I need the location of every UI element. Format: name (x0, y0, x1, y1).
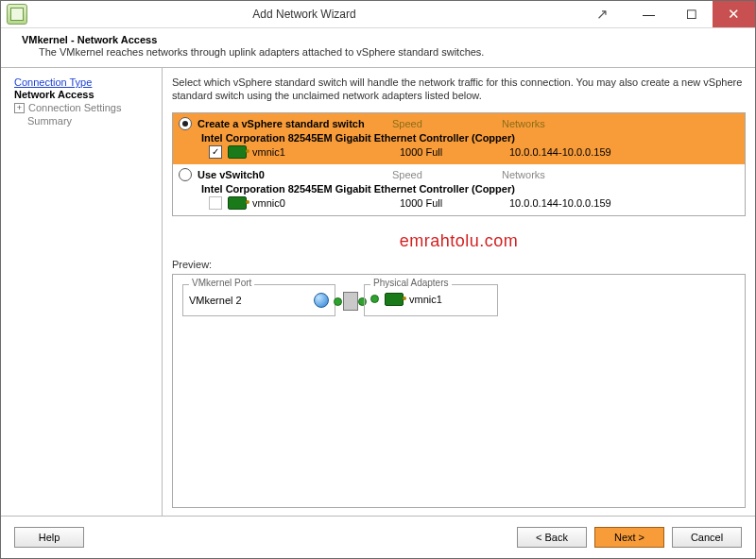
wizard-window: Add Network Wizard ↗ — ☐ ✕ VMkernel - Ne… (0, 0, 756, 559)
checkbox-vmnic1[interactable] (209, 145, 222, 159)
titlebar: Add Network Wizard ↗ — ☐ ✕ (1, 1, 755, 28)
nic-name: vmnic1 (252, 146, 394, 158)
close-button[interactable]: ✕ (713, 1, 755, 27)
help-button[interactable]: Help (14, 527, 84, 548)
vmkernel-port-legend: VMkernel Port (189, 278, 254, 288)
checkbox-vmnic0[interactable] (209, 196, 222, 210)
physical-adapters-legend: Physical Adapters (370, 278, 452, 288)
instruction-text: Select which vSphere standard switch wil… (172, 76, 746, 103)
window-title: Add Network Wizard (27, 8, 581, 21)
nic-speed: 1000 Full (400, 146, 504, 158)
step-network-access[interactable]: Network Access (14, 89, 156, 100)
col-networks-label2: Networks (502, 169, 606, 180)
step-connection-settings-row: + Connection Settings (14, 101, 156, 114)
option-create-switch[interactable]: Create a vSphere standard switch Speed N… (173, 113, 745, 164)
nic-icon (385, 293, 404, 306)
window-buttons: ↗ — ☐ ✕ (581, 1, 755, 27)
nic-networks: 10.0.0.144-10.0.0.159 (509, 146, 611, 158)
wizard-footer: Help < Back Next > Cancel (1, 516, 755, 558)
vmkernel-port-name: VMkernel 2 (189, 295, 242, 306)
option-create-adapter-desc: Intel Corporation 82545EM Gigabit Ethern… (201, 132, 739, 144)
physical-adapter-name: vmnic1 (409, 294, 442, 305)
preview-box: VMkernel Port VMkernel 2 Physical (172, 274, 746, 508)
header-subtitle: The VMkernel reaches networks through up… (39, 46, 734, 58)
nic-row-vmnic0: vmnic0 1000 Full 10.0.0.144-10.0.0.159 (209, 196, 739, 210)
minimize-button[interactable]: — (627, 1, 670, 27)
option-use-vswitch0[interactable]: Use vSwitch0 Speed Networks Intel Corpor… (173, 164, 745, 215)
step-sidebar: Connection Type Network Access + Connect… (1, 68, 162, 516)
switch-options-box: Create a vSphere standard switch Speed N… (172, 112, 746, 216)
watermark-text: emrahtolu.com (172, 231, 746, 251)
option-use-adapter-desc: Intel Corporation 82545EM Gigabit Ethern… (201, 183, 739, 195)
cancel-button[interactable]: Cancel (672, 527, 742, 548)
option-create-label: Create a vSphere standard switch (198, 118, 387, 129)
nic-name: vmnic0 (252, 197, 394, 209)
step-summary[interactable]: Summary (27, 115, 156, 127)
maximize-button[interactable]: ☐ (670, 1, 713, 27)
header-title: VMkernel - Network Access (22, 34, 734, 45)
option-use-label: Use vSwitch0 (198, 169, 387, 180)
back-button[interactable]: < Back (517, 527, 587, 548)
link-dot-icon (370, 295, 379, 303)
nic-networks: 10.0.0.144-10.0.0.159 (509, 197, 611, 209)
step-connection-settings[interactable]: Connection Settings (28, 102, 121, 113)
preview-vmkernel-port-group: VMkernel Port VMkernel 2 (182, 284, 335, 316)
app-icon (7, 4, 27, 25)
globe-icon (314, 293, 329, 308)
radio-create-switch[interactable] (179, 117, 192, 130)
nic-icon (228, 196, 247, 210)
expand-icon[interactable]: + (14, 103, 25, 113)
main-pane: Select which vSphere standard switch wil… (162, 68, 755, 516)
col-speed-label: Speed (392, 118, 496, 129)
col-speed-label2: Speed (392, 169, 496, 180)
step-connection-type[interactable]: Connection Type (14, 76, 156, 88)
next-button[interactable]: Next > (594, 527, 664, 548)
nic-row-vmnic1: vmnic1 1000 Full 10.0.0.144-10.0.0.159 (209, 145, 739, 159)
nic-speed: 1000 Full (400, 197, 504, 209)
preview-connector (335, 284, 364, 316)
col-networks-label: Networks (502, 118, 606, 129)
preview-physical-adapters-group: Physical Adapters vmnic1 (364, 284, 498, 316)
preview-label: Preview: (172, 259, 746, 270)
radio-use-vswitch0[interactable] (179, 168, 192, 181)
expand-icon[interactable]: ↗ (581, 1, 627, 27)
switch-icon (343, 292, 358, 311)
nic-icon (228, 145, 247, 159)
wizard-body: Connection Type Network Access + Connect… (1, 68, 755, 516)
wizard-header: VMkernel - Network Access The VMkernel r… (1, 28, 755, 68)
